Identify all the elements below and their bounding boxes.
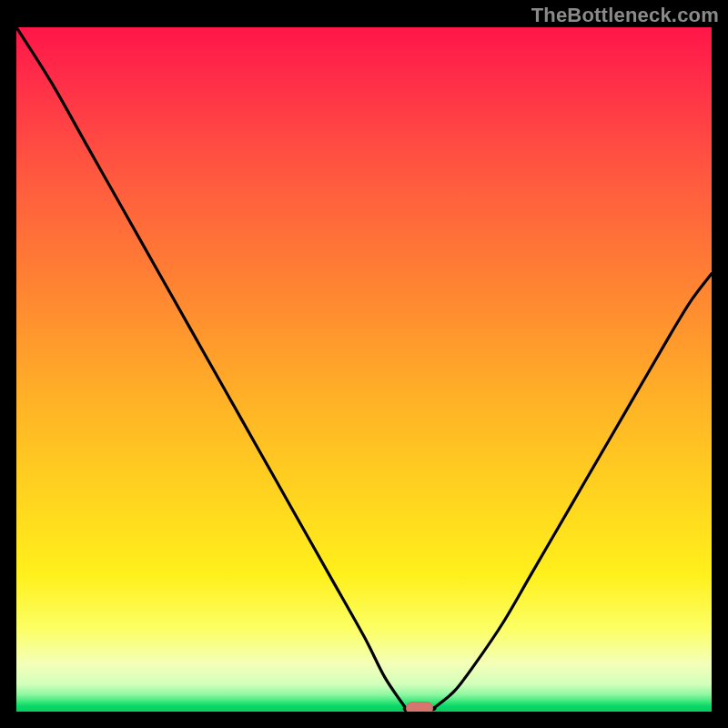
attribution-label: TheBottleneck.com xyxy=(531,4,719,27)
chart-container: TheBottleneck.com xyxy=(0,0,728,728)
optimal-marker xyxy=(406,702,433,712)
plot-area xyxy=(16,27,712,712)
bottleneck-curve xyxy=(16,27,712,712)
